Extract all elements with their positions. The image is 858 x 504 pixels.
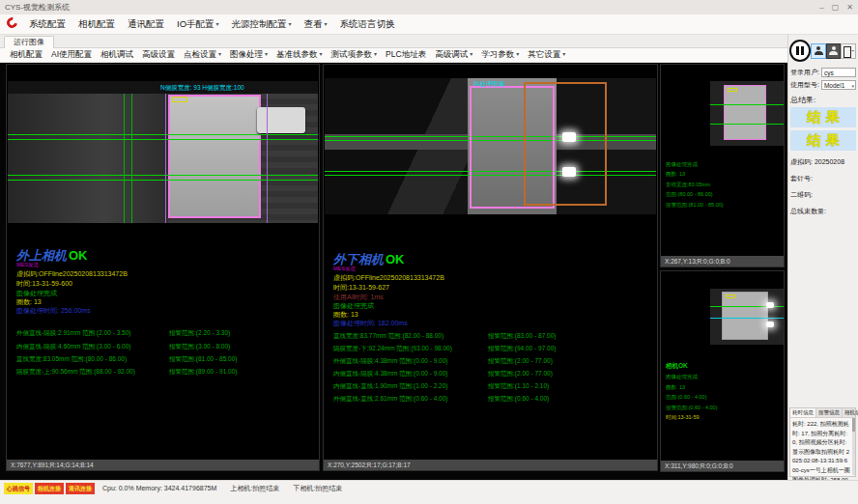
tool-image-processing[interactable]: 图像处理 [230, 49, 268, 61]
connector-part [257, 107, 305, 133]
tab-run-image[interactable]: 运行图像 [4, 36, 54, 48]
part-block [724, 85, 766, 140]
tab-strip: 运行图像 [0, 35, 787, 48]
measure-row: 外侧直线-隔膜:4.38mm 范围:(0.00 - 9.00)报警范围:(2.0… [333, 357, 653, 366]
info-scrollbar[interactable] [852, 418, 855, 475]
camera-image-inner-lower[interactable] [710, 289, 784, 345]
overlay-line [8, 139, 318, 140]
menu-system-config[interactable]: 系统配置 [29, 18, 66, 31]
toolbar: 相机配置 AI使用配置 相机调试 高级设置 点检设置 图像处理 基准线参数 测试… [0, 48, 787, 63]
model-label: 使用型号: [790, 80, 819, 90]
mini-status-line: 报警范围:(0.60 - 4.00) [666, 403, 718, 412]
right-sidebar: 登录用户: cys 使用型号: Model1 总结果: 结果 结果 虚拟码: 2… [787, 35, 858, 480]
comm-link-badge: 通讯连接 [66, 483, 95, 494]
ai-image-label: AI处理图像 [473, 80, 504, 89]
capture-time: 时间:13-31-59-600 [16, 279, 72, 289]
virtual-code: 虚拟码:OFFline2025020813313472B [16, 269, 128, 279]
measure-row: 直线宽度:83.05mm 范围:(80.00 - 86.00)报警范围:(81.… [16, 355, 315, 364]
mini-time-line: 时间:13-31-59 [666, 412, 718, 422]
tool-learning-params[interactable]: 学习参数 [481, 49, 519, 61]
status-bar: 心跳信号 相机连接 通讯连接 Cpu: 0.0% Memory: 3424.41… [0, 480, 858, 504]
tool-advanced-debug[interactable]: 高级调试 [435, 49, 472, 61]
wire-count-label: 总线束数量: [788, 203, 858, 219]
menu-language-switch[interactable]: 系统语言切换 [340, 18, 395, 31]
cursor-coordinates: X:270,Y:2502;R:17;G:17;B:17 [324, 460, 657, 470]
camera-result-ok: OK [386, 252, 405, 266]
menu-light-config[interactable]: 光源控制配置 [232, 18, 292, 31]
virtual-code-line: 虚拟码: 20250208 [788, 154, 858, 170]
overlay-line [131, 94, 132, 223]
lower-camera-status: 下相机:拍照结束 [293, 483, 342, 493]
width-overlay-label: N侧膜宽度: 93 H侧膜宽度:100 [160, 84, 244, 93]
panel-outer-upper-camera: N侧膜宽度: 93 H侧膜宽度:100 外上相机OK MES发送 虚拟码:OFF… [6, 64, 320, 471]
tool-camera-config[interactable]: 相机配置 [10, 49, 43, 61]
pause-button[interactable] [789, 40, 811, 62]
mini-status-line: 图像处理完成 [666, 159, 724, 169]
mini-status-line: 图像处理完成 [666, 372, 718, 381]
model-select[interactable]: Model1 [821, 80, 856, 90]
measure-row: 隔膜宽度-下:92.24mm 范围:(93.00 - 98.00)报警范围:(9… [333, 345, 653, 353]
tool-camera-debug[interactable]: 相机调试 [100, 49, 133, 61]
title-bar: CYS-视觉检测系统 – ▢ ✕ [0, 0, 858, 14]
highlight-spot [766, 322, 774, 327]
menu-camera-config[interactable]: 相机配置 [78, 18, 115, 31]
app-window: CYS-视觉检测系统 – ▢ ✕ 系统配置 相机配置 通讯配置 IO手配置 光源… [0, 0, 858, 504]
menu-comm-config[interactable]: 通讯配置 [128, 18, 164, 31]
menu-io-config[interactable]: IO手配置 [177, 18, 219, 31]
close-icon[interactable]: ✕ [846, 3, 853, 12]
part-block [722, 292, 768, 340]
cpu-memory-status: Cpu: 0.0% Memory: 3424.41796875M [102, 483, 216, 493]
user-login-button[interactable] [811, 43, 826, 59]
camera-image-outer-upper[interactable]: N侧膜宽度: 93 H侧膜宽度:100 [8, 81, 318, 223]
needle-number-label: 套针号: [788, 170, 858, 186]
main-area: N侧膜宽度: 93 H侧膜宽度:100 外上相机OK MES发送 虚拟码:OFF… [0, 63, 787, 480]
measure-row: 外侧直线-直线:2.61mm 范围:(0.60 - 4.00)报警范围:(0.6… [333, 395, 653, 404]
process-time: 图像处理时间: 182.00ms [333, 319, 408, 328]
maximize-icon[interactable]: ▢ [832, 3, 840, 12]
login-user-value[interactable]: cys [821, 68, 856, 77]
tool-baseline-params[interactable]: 基准线参数 [276, 49, 323, 61]
overlay-tag [726, 294, 735, 298]
tool-ai-use-config[interactable]: AI使用配置 [51, 49, 92, 61]
camera-link-badge: 相机连接 [35, 483, 64, 494]
virtual-code: 虚拟码:OFFline2025020813313472B [333, 273, 444, 283]
camera-image-outer-lower[interactable]: AI处理图像 [325, 78, 656, 214]
pause-icon [796, 46, 799, 55]
heartbeat-badge: 心跳信号 [4, 483, 33, 494]
tool-advanced-settings[interactable]: 高级设置 [142, 49, 175, 61]
exit-button[interactable] [841, 43, 856, 59]
user-dark-icon [829, 46, 838, 55]
tool-other-settings[interactable]: 其它设置 [528, 49, 565, 61]
mes-status: MES发送 [333, 266, 356, 272]
menu-view[interactable]: 查看 [304, 18, 328, 31]
info-tab-camera[interactable]: 相机信息 [843, 408, 858, 417]
camera-result-title: 外下相机 [333, 252, 384, 266]
measure-row: 外侧直线-隔膜:2.91mm 范围:(2.00 - 3.50)报警范围:(2.2… [16, 329, 315, 338]
tool-spot-check[interactable]: 点检设置 [184, 49, 221, 61]
mini-status-line: 直线宽度:83.05mm [666, 180, 724, 189]
camera-result-ok: OK [69, 248, 88, 263]
logout-icon [844, 46, 853, 56]
overlay-line [8, 134, 318, 135]
measure-row: 隔膜宽度-上:90.56mm 范围:(88.00 - 92.00)报警范围:(8… [16, 368, 315, 377]
minimize-icon[interactable]: – [819, 3, 823, 12]
pause-icon [801, 46, 804, 55]
tool-plc-address-table[interactable]: PLC地址表 [386, 49, 426, 61]
camera-image-inner-upper[interactable] [710, 81, 784, 146]
measure-row: 内侧直线-直线:1.90mm 范围:(1.00 - 2.20)报警范围:(1.1… [333, 382, 653, 391]
result-badge-lower: 结果 [790, 130, 856, 151]
user-switch-button[interactable] [826, 43, 842, 59]
user-icon [815, 46, 823, 55]
menu-bar: 系统配置 相机配置 通讯配置 IO手配置 光源控制配置 查看 系统语言切换 [0, 14, 858, 35]
overlay-line [710, 104, 784, 105]
overlay-line [710, 318, 784, 319]
measure-row: 内侧直线-隔膜:4.38mm 范围:(0.00 - 9.00)报警范围:(2.0… [333, 370, 653, 378]
part-block [168, 95, 261, 218]
highlight-spot [766, 302, 774, 308]
process-time: 图像处理时间: 256.00ms [16, 306, 91, 316]
info-tab-timing[interactable]: 耗时信息 [790, 408, 816, 417]
tool-test-params[interactable]: 测试项参数 [331, 49, 378, 61]
overlay-tag [172, 97, 187, 102]
overlay-line [710, 124, 784, 125]
info-tab-alarm[interactable]: 报警信息 [816, 408, 843, 417]
